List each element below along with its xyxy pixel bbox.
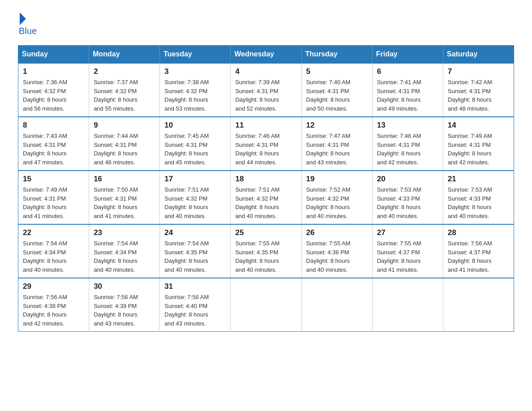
calendar-week-row: 22Sunrise: 7:54 AMSunset: 4:34 PMDayligh… [18, 224, 514, 278]
calendar-cell: 14Sunrise: 7:49 AMSunset: 4:31 PMDayligh… [443, 117, 514, 171]
calendar-cell: 26Sunrise: 7:55 AMSunset: 4:36 PMDayligh… [301, 224, 372, 278]
day-info: Sunrise: 7:51 AMSunset: 4:32 PMDaylight:… [235, 185, 296, 220]
day-info: Sunrise: 7:49 AMSunset: 4:31 PMDaylight:… [23, 185, 84, 220]
day-info: Sunrise: 7:39 AMSunset: 4:31 PMDaylight:… [235, 78, 296, 113]
day-info: Sunrise: 7:56 AMSunset: 4:37 PMDaylight:… [448, 239, 509, 274]
logo-triangle-icon [20, 13, 26, 25]
day-number: 8 [23, 121, 84, 130]
day-info: Sunrise: 7:50 AMSunset: 4:31 PMDaylight:… [94, 185, 155, 220]
calendar-cell: 6Sunrise: 7:41 AMSunset: 4:31 PMDaylight… [372, 63, 443, 117]
day-number: 2 [94, 67, 155, 76]
day-number: 31 [164, 282, 226, 291]
day-number: 1 [23, 67, 84, 76]
calendar-cell: 4Sunrise: 7:39 AMSunset: 4:31 PMDaylight… [231, 63, 301, 117]
day-number: 17 [164, 175, 226, 184]
calendar-cell [231, 278, 301, 332]
day-info: Sunrise: 7:55 AMSunset: 4:37 PMDaylight:… [377, 239, 438, 274]
calendar-week-row: 8Sunrise: 7:43 AMSunset: 4:31 PMDaylight… [18, 117, 514, 171]
day-number: 22 [23, 228, 84, 237]
calendar-cell: 7Sunrise: 7:42 AMSunset: 4:31 PMDaylight… [443, 63, 514, 117]
day-of-week-header: Monday [89, 46, 160, 64]
day-info: Sunrise: 7:55 AMSunset: 4:35 PMDaylight:… [235, 239, 296, 274]
day-number: 11 [235, 121, 296, 130]
logo: Blue [18, 13, 37, 36]
day-of-week-header: Thursday [301, 46, 372, 64]
day-info: Sunrise: 7:44 AMSunset: 4:31 PMDaylight:… [94, 132, 155, 167]
day-number: 25 [235, 228, 296, 237]
day-number: 13 [377, 121, 438, 130]
calendar-week-row: 1Sunrise: 7:36 AMSunset: 4:32 PMDaylight… [18, 63, 514, 117]
day-number: 27 [377, 228, 438, 237]
calendar-cell: 9Sunrise: 7:44 AMSunset: 4:31 PMDaylight… [89, 117, 160, 171]
calendar-cell: 8Sunrise: 7:43 AMSunset: 4:31 PMDaylight… [18, 117, 89, 171]
day-info: Sunrise: 7:42 AMSunset: 4:31 PMDaylight:… [448, 78, 509, 113]
calendar-cell: 5Sunrise: 7:40 AMSunset: 4:31 PMDaylight… [301, 63, 372, 117]
calendar-cell: 30Sunrise: 7:56 AMSunset: 4:39 PMDayligh… [89, 278, 160, 332]
calendar-week-row: 29Sunrise: 7:56 AMSunset: 4:38 PMDayligh… [18, 278, 514, 332]
calendar-table: SundayMondayTuesdayWednesdayThursdayFrid… [18, 45, 514, 332]
calendar-cell: 31Sunrise: 7:56 AMSunset: 4:40 PMDayligh… [160, 278, 231, 332]
day-of-week-header: Wednesday [231, 46, 301, 64]
day-number: 10 [164, 121, 226, 130]
calendar-cell: 13Sunrise: 7:48 AMSunset: 4:31 PMDayligh… [372, 117, 443, 171]
day-info: Sunrise: 7:53 AMSunset: 4:33 PMDaylight:… [377, 185, 438, 220]
calendar-cell: 27Sunrise: 7:55 AMSunset: 4:37 PMDayligh… [372, 224, 443, 278]
day-number: 9 [94, 121, 155, 130]
calendar-header-row: SundayMondayTuesdayWednesdayThursdayFrid… [18, 46, 514, 64]
day-number: 24 [164, 228, 226, 237]
calendar-cell: 11Sunrise: 7:46 AMSunset: 4:31 PMDayligh… [231, 117, 301, 171]
calendar-week-row: 15Sunrise: 7:49 AMSunset: 4:31 PMDayligh… [18, 171, 514, 224]
calendar-cell: 1Sunrise: 7:36 AMSunset: 4:32 PMDaylight… [18, 63, 89, 117]
calendar-cell: 17Sunrise: 7:51 AMSunset: 4:32 PMDayligh… [160, 171, 231, 224]
day-number: 18 [235, 175, 296, 184]
day-number: 3 [164, 67, 226, 76]
day-info: Sunrise: 7:56 AMSunset: 4:40 PMDaylight:… [164, 293, 226, 328]
day-number: 29 [23, 282, 84, 291]
day-info: Sunrise: 7:37 AMSunset: 4:32 PMDaylight:… [94, 78, 155, 113]
day-info: Sunrise: 7:52 AMSunset: 4:32 PMDaylight:… [306, 185, 368, 220]
day-info: Sunrise: 7:38 AMSunset: 4:32 PMDaylight:… [164, 78, 226, 113]
day-info: Sunrise: 7:56 AMSunset: 4:38 PMDaylight:… [23, 293, 84, 328]
day-number: 28 [448, 228, 509, 237]
day-info: Sunrise: 7:56 AMSunset: 4:39 PMDaylight:… [94, 293, 155, 328]
day-of-week-header: Saturday [443, 46, 514, 64]
day-info: Sunrise: 7:53 AMSunset: 4:33 PMDaylight:… [448, 185, 509, 220]
day-info: Sunrise: 7:45 AMSunset: 4:31 PMDaylight:… [164, 132, 226, 167]
calendar-cell [443, 278, 514, 332]
day-of-week-header: Friday [372, 46, 443, 64]
day-number: 26 [306, 228, 368, 237]
logo-subtitle: Blue [19, 26, 37, 36]
calendar-cell: 28Sunrise: 7:56 AMSunset: 4:37 PMDayligh… [443, 224, 514, 278]
calendar-cell: 19Sunrise: 7:52 AMSunset: 4:32 PMDayligh… [301, 171, 372, 224]
calendar-cell: 3Sunrise: 7:38 AMSunset: 4:32 PMDaylight… [160, 63, 231, 117]
day-number: 23 [94, 228, 155, 237]
day-number: 12 [306, 121, 368, 130]
day-info: Sunrise: 7:54 AMSunset: 4:35 PMDaylight:… [164, 239, 226, 274]
day-number: 19 [306, 175, 368, 184]
day-info: Sunrise: 7:49 AMSunset: 4:31 PMDaylight:… [448, 132, 509, 167]
calendar-cell: 16Sunrise: 7:50 AMSunset: 4:31 PMDayligh… [89, 171, 160, 224]
day-number: 6 [377, 67, 438, 76]
day-number: 4 [235, 67, 296, 76]
page-header: Blue [18, 13, 514, 36]
day-info: Sunrise: 7:43 AMSunset: 4:31 PMDaylight:… [23, 132, 84, 167]
day-info: Sunrise: 7:40 AMSunset: 4:31 PMDaylight:… [306, 78, 368, 113]
calendar-cell: 20Sunrise: 7:53 AMSunset: 4:33 PMDayligh… [372, 171, 443, 224]
day-number: 20 [377, 175, 438, 184]
day-of-week-header: Tuesday [160, 46, 231, 64]
day-number: 14 [448, 121, 509, 130]
calendar-cell: 10Sunrise: 7:45 AMSunset: 4:31 PMDayligh… [160, 117, 231, 171]
day-info: Sunrise: 7:55 AMSunset: 4:36 PMDaylight:… [306, 239, 368, 274]
day-number: 7 [448, 67, 509, 76]
day-number: 16 [94, 175, 155, 184]
day-number: 30 [94, 282, 155, 291]
calendar-cell: 23Sunrise: 7:54 AMSunset: 4:34 PMDayligh… [89, 224, 160, 278]
calendar-cell: 29Sunrise: 7:56 AMSunset: 4:38 PMDayligh… [18, 278, 89, 332]
calendar-cell [372, 278, 443, 332]
day-info: Sunrise: 7:48 AMSunset: 4:31 PMDaylight:… [377, 132, 438, 167]
day-info: Sunrise: 7:47 AMSunset: 4:31 PMDaylight:… [306, 132, 368, 167]
calendar-cell: 22Sunrise: 7:54 AMSunset: 4:34 PMDayligh… [18, 224, 89, 278]
calendar-cell: 25Sunrise: 7:55 AMSunset: 4:35 PMDayligh… [231, 224, 301, 278]
day-info: Sunrise: 7:46 AMSunset: 4:31 PMDaylight:… [235, 132, 296, 167]
calendar-cell: 18Sunrise: 7:51 AMSunset: 4:32 PMDayligh… [231, 171, 301, 224]
